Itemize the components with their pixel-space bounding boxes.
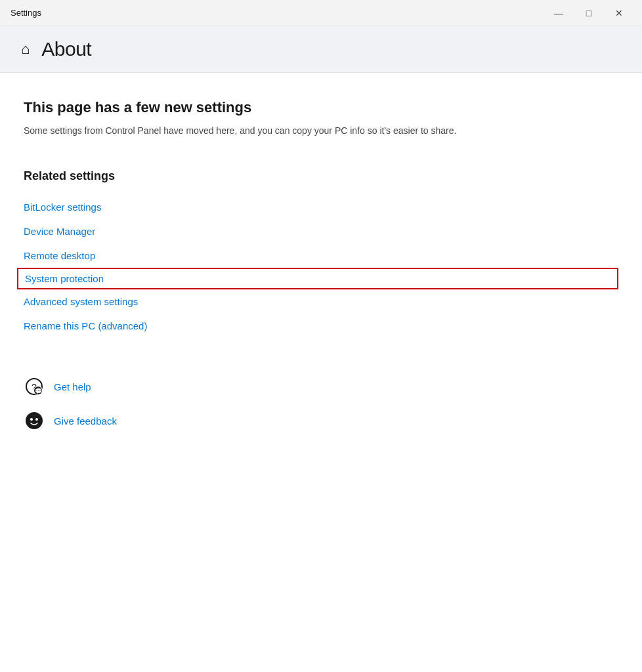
remote-desktop-link[interactable]: Remote desktop xyxy=(24,243,618,268)
maximize-button[interactable]: □ xyxy=(574,3,604,24)
svg-point-6 xyxy=(30,418,33,421)
help-section: ? 💬 Get help Give xyxy=(24,369,618,438)
title-bar: Settings — □ ✕ xyxy=(0,0,642,26)
content-area: This page has a few new settings Some se… xyxy=(0,73,642,672)
rename-pc-link[interactable]: Rename this PC (advanced) xyxy=(24,314,618,338)
system-protection-link[interactable]: System protection xyxy=(17,268,618,289)
get-help-link[interactable]: Get help xyxy=(54,381,91,392)
page-header: ⌂ About xyxy=(0,26,642,73)
window-controls: — □ ✕ xyxy=(544,3,634,24)
new-settings-description: Some settings from Control Panel have mo… xyxy=(24,124,562,138)
give-feedback-item[interactable]: Give feedback xyxy=(24,404,618,438)
svg-point-7 xyxy=(35,418,38,421)
new-settings-heading: This page has a few new settings xyxy=(24,99,618,116)
page-title: About xyxy=(41,38,91,60)
related-settings-list: BitLocker settings Device Manager Remote… xyxy=(24,195,618,338)
home-icon: ⌂ xyxy=(21,41,30,58)
get-help-icon: ? 💬 xyxy=(24,376,45,397)
bitlocker-settings-link[interactable]: BitLocker settings xyxy=(24,195,618,219)
device-manager-link[interactable]: Device Manager xyxy=(24,219,618,243)
give-feedback-icon xyxy=(24,410,45,431)
window-title: Settings xyxy=(11,8,41,18)
related-settings-heading: Related settings xyxy=(24,169,618,183)
close-button[interactable]: ✕ xyxy=(604,3,634,24)
give-feedback-link[interactable]: Give feedback xyxy=(54,415,117,427)
get-help-item[interactable]: ? 💬 Get help xyxy=(24,369,618,404)
svg-point-5 xyxy=(26,413,42,429)
advanced-system-settings-link[interactable]: Advanced system settings xyxy=(24,289,618,314)
settings-window: Settings — □ ✕ ⌂ About This page has a f… xyxy=(0,0,642,672)
svg-text:💬: 💬 xyxy=(35,387,43,395)
minimize-button[interactable]: — xyxy=(544,3,574,24)
